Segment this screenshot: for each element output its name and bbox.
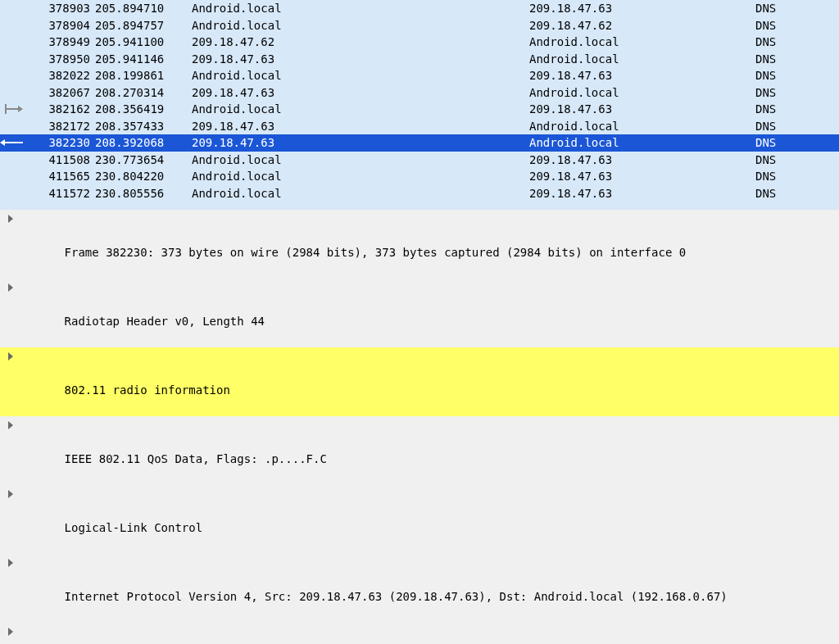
packet-gutter: [0, 118, 29, 135]
packet-proto: DNS: [755, 134, 805, 152]
packet-proto: DNS: [755, 118, 805, 135]
packet-row[interactable]: 378903205.894710Android.local209.18.47.6…: [0, 0, 839, 17]
packet-gutter: [0, 67, 29, 84]
detail-text: Internet Protocol Version 4, Src: 209.18…: [65, 590, 728, 603]
response-arrow-icon: [0, 134, 29, 152]
packet-src: 209.18.47.63: [175, 134, 529, 152]
packet-dst: Android.local: [529, 51, 755, 68]
packet-src: Android.local: [175, 168, 529, 185]
packet-no: 382172: [33, 118, 90, 135]
detail-text: Frame 382230: 373 bytes on wire (2984 bi…: [65, 246, 687, 259]
packet-dst: 209.18.47.63: [529, 67, 755, 84]
detail-frame[interactable]: Frame 382230: 373 bytes on wire (2984 bi…: [0, 210, 839, 279]
packet-proto: DNS: [755, 34, 805, 51]
packet-dst: 209.18.47.63: [529, 101, 755, 118]
packet-time: 205.894757: [90, 17, 175, 34]
packet-time: 208.199861: [90, 67, 175, 84]
packet-no: 411565: [33, 168, 90, 185]
packet-list[interactable]: 378903205.894710Android.local209.18.47.6…: [0, 0, 839, 210]
expand-icon[interactable]: [8, 421, 13, 429]
packet-src: 209.18.47.63: [175, 84, 529, 102]
expand-icon[interactable]: [8, 215, 13, 223]
packet-time: 205.941146: [90, 51, 175, 68]
packet-proto: DNS: [755, 84, 805, 102]
detail-udp[interactable]: User Datagram Protocol, Src Port: domain…: [0, 623, 839, 644]
packet-src: Android.local: [175, 152, 529, 169]
detail-text: Logical-Link Control: [65, 521, 203, 534]
detail-text: IEEE 802.11 QoS Data, Flags: .p....F.C: [65, 452, 327, 465]
packet-proto: DNS: [755, 51, 805, 68]
packet-src: Android.local: [175, 67, 529, 84]
packet-time: 230.773654: [90, 152, 175, 169]
packet-time: 230.804220: [90, 168, 175, 185]
packet-dst: 209.18.47.63: [529, 168, 755, 185]
detail-llc[interactable]: Logical-Link Control: [0, 485, 839, 554]
packet-dst: Android.local: [529, 84, 755, 102]
packet-row[interactable]: 382022208.199861Android.local209.18.47.6…: [0, 67, 839, 84]
packet-no: 411572: [33, 185, 90, 202]
packet-gutter: [0, 34, 29, 51]
packet-no: 382022: [33, 67, 90, 84]
detail-text: Radiotap Header v0, Length 44: [65, 315, 265, 328]
packet-dst: 209.18.47.63: [529, 0, 755, 17]
request-arrow-icon: [0, 101, 29, 118]
packet-time: 208.270314: [90, 84, 175, 102]
packet-proto: DNS: [755, 67, 805, 84]
detail-text: 802.11 radio information: [65, 383, 230, 397]
packet-no: 378950: [33, 51, 90, 68]
packet-dst: 209.18.47.62: [529, 17, 755, 34]
packet-src: Android.local: [175, 101, 529, 118]
packet-row[interactable]: 382067208.270314209.18.47.63Android.loca…: [0, 84, 839, 102]
packet-gutter: [0, 51, 29, 68]
packet-src: 209.18.47.63: [175, 118, 529, 135]
packet-row[interactable]: 382172208.357433209.18.47.63Android.loca…: [0, 118, 839, 135]
expand-icon[interactable]: [8, 283, 13, 292]
expand-icon[interactable]: [8, 490, 13, 498]
packet-no: 378949: [33, 34, 90, 51]
expand-icon[interactable]: [8, 559, 13, 567]
packet-no: 378904: [33, 17, 90, 34]
packet-time: 208.356419: [90, 101, 175, 118]
packet-gutter: [0, 168, 29, 185]
packet-row[interactable]: 378950205.941146209.18.47.63Android.loca…: [0, 51, 839, 68]
packet-proto: DNS: [755, 17, 805, 34]
expand-icon[interactable]: [8, 628, 13, 636]
packet-row[interactable]: 382162208.356419Android.local209.18.47.6…: [0, 101, 839, 118]
packet-dst: Android.local: [529, 134, 755, 152]
packet-row[interactable]: 411508230.773654Android.local209.18.47.6…: [0, 152, 839, 169]
packet-no: 382067: [33, 84, 90, 102]
packet-src: 209.18.47.62: [175, 34, 529, 51]
packet-row[interactable]: 411565230.804220Android.local209.18.47.6…: [0, 168, 839, 185]
packet-time: 230.805556: [90, 185, 175, 202]
packet-no: 378903: [33, 0, 90, 17]
packet-time: 205.894710: [90, 0, 175, 17]
packet-row[interactable]: 378904205.894757Android.local209.18.47.6…: [0, 17, 839, 34]
packet-time: 208.392068: [90, 134, 175, 152]
packet-row[interactable]: 378949205.941100209.18.47.62Android.loca…: [0, 34, 839, 51]
packet-src: 209.18.47.63: [175, 51, 529, 68]
packet-row[interactable]: 382230208.392068209.18.47.63Android.loca…: [0, 134, 839, 152]
expand-icon[interactable]: [8, 352, 13, 361]
packet-gutter: [0, 84, 29, 102]
packet-proto: DNS: [755, 101, 805, 118]
packet-src: Android.local: [175, 17, 529, 34]
packet-gutter: [0, 0, 29, 17]
detail-ieee80211[interactable]: IEEE 802.11 QoS Data, Flags: .p....F.C: [0, 416, 839, 485]
packet-dst: Android.local: [529, 34, 755, 51]
packet-details-pane[interactable]: Frame 382230: 373 bytes on wire (2984 bi…: [0, 210, 839, 644]
packet-gutter: [0, 152, 29, 169]
packet-no: 411508: [33, 152, 90, 169]
packet-gutter: [0, 185, 29, 202]
packet-row[interactable]: 411572230.805556Android.local209.18.47.6…: [0, 185, 839, 202]
packet-no: 382230: [33, 134, 90, 152]
packet-dst: Android.local: [529, 118, 755, 135]
packet-no: 382162: [33, 101, 90, 118]
packet-gutter: [0, 17, 29, 34]
packet-time: 208.357433: [90, 118, 175, 135]
packet-dst: 209.18.47.63: [529, 152, 755, 169]
detail-80211-radio[interactable]: 802.11 radio information: [0, 347, 839, 416]
detail-radiotap[interactable]: Radiotap Header v0, Length 44: [0, 279, 839, 347]
packet-proto: DNS: [755, 0, 805, 17]
detail-ipv4[interactable]: Internet Protocol Version 4, Src: 209.18…: [0, 554, 839, 623]
packet-time: 205.941100: [90, 34, 175, 51]
